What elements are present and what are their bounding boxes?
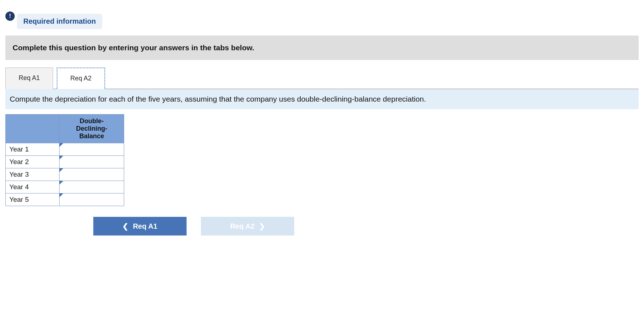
prev-tab-label: Req A1 [133, 222, 157, 230]
row-label-year5: Year 5 [6, 194, 60, 206]
ddb-input-year1[interactable] [60, 143, 124, 155]
table-header-blank [6, 115, 60, 143]
row-label-year4: Year 4 [6, 181, 60, 194]
chevron-right-icon: ❯ [259, 222, 265, 230]
input-cell-year1[interactable] [60, 143, 124, 156]
table-header-ddb: Double-Declining-Balance [60, 115, 124, 143]
table-row: Year 2 [6, 156, 124, 168]
editable-marker-icon [60, 194, 63, 197]
tabs-row: Req A1 Req A2 [5, 67, 639, 89]
editable-marker-icon [60, 143, 63, 147]
table-row: Year 5 [6, 194, 124, 206]
editable-marker-icon [60, 181, 63, 185]
next-tab-label: Req A2 [230, 222, 254, 230]
next-tab-button[interactable]: Req A2 ❯ [201, 217, 294, 236]
question-prompt: Compute the depreciation for each of the… [5, 89, 639, 109]
instruction-bar: Complete this question by entering your … [5, 36, 639, 60]
row-label-year2: Year 2 [6, 156, 60, 168]
input-cell-year3[interactable] [60, 168, 124, 181]
input-cell-year2[interactable] [60, 156, 124, 168]
editable-marker-icon [60, 168, 63, 172]
row-label-year1: Year 1 [6, 143, 60, 156]
table-row: Year 1 [6, 143, 124, 156]
ddb-input-year4[interactable] [60, 181, 124, 193]
input-cell-year4[interactable] [60, 181, 124, 194]
row-label-year3: Year 3 [6, 168, 60, 181]
ddb-input-year5[interactable] [60, 194, 124, 206]
nav-buttons-row: ❮ Req A1 Req A2 ❯ [5, 217, 382, 236]
ddb-input-year2[interactable] [60, 156, 124, 168]
input-cell-year5[interactable] [60, 194, 124, 206]
prev-tab-button[interactable]: ❮ Req A1 [93, 217, 187, 236]
tab-req-a2[interactable]: Req A2 [57, 67, 105, 89]
exclamation-icon: ! [5, 11, 15, 21]
depreciation-table: Double-Declining-Balance Year 1 Year 2 Y… [5, 114, 124, 206]
table-row: Year 3 [6, 168, 124, 181]
tab-req-a1[interactable]: Req A1 [5, 67, 53, 89]
editable-marker-icon [60, 156, 63, 159]
chevron-left-icon: ❮ [122, 222, 128, 230]
ddb-input-year3[interactable] [60, 168, 124, 181]
required-info-label: Required information [17, 14, 102, 29]
required-info-row: ! Required information [5, 11, 639, 29]
table-row: Year 4 [6, 181, 124, 194]
